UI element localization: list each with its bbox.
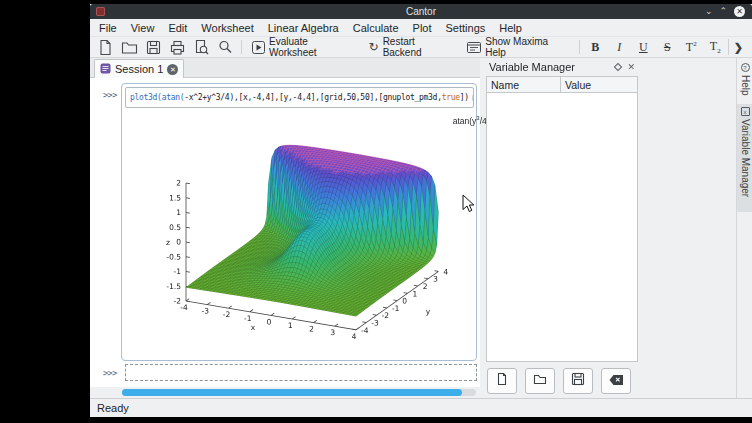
menu-worksheet[interactable]: Worksheet — [194, 22, 260, 34]
new-variable-button[interactable] — [487, 368, 517, 394]
main-content: Session 1 ✕ >>> plot3d(atan(-x^2+y^3/4),… — [90, 58, 752, 398]
session-icon — [100, 63, 111, 76]
search-icon — [217, 39, 234, 56]
load-variables-button[interactable] — [525, 368, 555, 394]
subscript-button[interactable]: T2 — [704, 37, 727, 57]
entry-widget-icon — [472, 95, 474, 101]
column-header-value[interactable]: Value — [561, 77, 637, 92]
strikethrough-icon: S — [658, 40, 676, 55]
menu-linear-algebra[interactable]: Linear Algebra — [261, 22, 346, 34]
variable-manager-buttons — [487, 368, 631, 394]
side-tab-help[interactable]: ? Help — [737, 60, 752, 102]
status-text: Ready — [97, 402, 129, 414]
titlebar[interactable]: Cantor ⌄ ⌃ ✕ — [90, 4, 752, 19]
entry-widget-icons — [469, 95, 474, 101]
open-folder-icon — [121, 39, 138, 56]
menu-help[interactable]: Help — [492, 22, 529, 34]
help-tab-icon: ? — [741, 63, 750, 72]
print-button[interactable] — [166, 37, 189, 57]
help-tab-label: Help — [740, 75, 751, 96]
session-tab-label: Session 1 — [115, 63, 163, 75]
dock-header: Variable Manager ✕ — [484, 58, 640, 76]
active-entry-frame: plot3d(atan(-x^2+y^3/4),[x,-4,4],[y,-4,4… — [121, 83, 477, 361]
save-icon — [145, 39, 162, 56]
toolbar-separator — [579, 40, 580, 54]
superscript-button[interactable]: T2 — [680, 37, 703, 57]
close-button[interactable]: ✕ — [734, 6, 745, 17]
print-icon — [169, 39, 186, 56]
print-preview-button[interactable] — [190, 37, 213, 57]
restart-backend-button[interactable]: ↻ Restart Backend — [363, 37, 461, 57]
subscript-icon: T2 — [706, 39, 724, 55]
session-progress-strip — [90, 387, 480, 398]
next-command-prompt: >>> — [103, 368, 117, 378]
print-preview-icon — [193, 39, 210, 56]
command-prompt: >>> — [103, 90, 117, 100]
tab-session-1[interactable]: Session 1 ✕ — [94, 59, 184, 78]
new-document-button[interactable] — [94, 37, 117, 57]
session-progress-fill — [122, 389, 462, 396]
mouse-cursor — [462, 194, 475, 217]
menu-file[interactable]: File — [92, 22, 124, 34]
worksheet-panel: Session 1 ✕ >>> plot3d(atan(-x^2+y^3/4),… — [90, 58, 480, 398]
close-dock-icon[interactable]: ✕ — [627, 63, 635, 72]
new-document-icon — [495, 372, 509, 390]
command-code: plot3d(atan(-x^2+y^3/4),[x,-4,4],[y,-4,4… — [130, 93, 469, 102]
help-window-icon — [467, 41, 481, 54]
toolbar: Evaluate Worksheet ↻ Restart Backend Sho… — [90, 37, 752, 58]
menu-plot[interactable]: Plot — [406, 22, 439, 34]
screen: Cantor ⌄ ⌃ ✕ File View Edit Worksheet Li… — [0, 0, 752, 423]
side-tabstrip: ? Help x Variable Manager — [736, 58, 752, 398]
maximize-button[interactable]: ⌃ — [719, 7, 727, 16]
save-button[interactable] — [142, 37, 165, 57]
menu-settings[interactable]: Settings — [439, 22, 493, 34]
show-maxima-help-button[interactable]: Show Maxima Help — [461, 37, 574, 57]
underline-button[interactable]: U — [632, 37, 655, 57]
restart-icon: ↻ — [369, 40, 379, 54]
status-bar: Ready — [90, 398, 752, 417]
side-tab-variable-manager[interactable]: x Variable Manager — [737, 104, 752, 212]
session-progress-track[interactable] — [122, 389, 476, 396]
tab-close-icon[interactable]: ✕ — [167, 64, 178, 75]
menu-edit[interactable]: Edit — [161, 22, 194, 34]
variable-manager-tab-label: Variable Manager — [740, 119, 751, 197]
bold-button[interactable]: B — [584, 37, 607, 57]
save-icon — [571, 372, 585, 390]
plot-result: atan(y3/4-x2) — [156, 113, 471, 351]
superscript-icon: T2 — [682, 40, 700, 55]
evaluate-worksheet-button[interactable]: Evaluate Worksheet — [246, 37, 362, 57]
italic-icon: I — [610, 40, 628, 55]
strikethrough-button[interactable]: S — [656, 37, 679, 57]
worksheet-view[interactable]: >>> plot3d(atan(-x^2+y^3/4),[x,-4,4],[y,… — [90, 78, 480, 398]
float-dock-icon[interactable] — [614, 63, 622, 71]
save-variables-button[interactable] — [563, 368, 593, 394]
italic-button[interactable]: I — [608, 37, 631, 57]
open-document-button[interactable] — [118, 37, 141, 57]
variable-table-header: Name Value — [486, 76, 638, 93]
next-entry-field[interactable] — [125, 364, 477, 381]
minimize-button[interactable]: ⌄ — [705, 7, 713, 16]
find-button[interactable] — [214, 37, 237, 57]
clear-variables-button[interactable] — [601, 368, 631, 394]
variable-table-body — [486, 93, 638, 362]
menu-view[interactable]: View — [124, 22, 162, 34]
variable-manager-dock: Variable Manager ✕ Name Value — [484, 58, 640, 398]
menu-bar: File View Edit Worksheet Linear Algebra … — [90, 19, 752, 37]
underline-icon: U — [634, 40, 652, 55]
plot3d-surface-canvas — [156, 113, 471, 351]
command-input[interactable]: plot3d(atan(-x^2+y^3/4),[x,-4,4],[y,-4,4… — [125, 87, 474, 108]
app-window: Cantor ⌄ ⌃ ✕ File View Edit Worksheet Li… — [90, 4, 752, 417]
variable-manager-tab-icon: x — [741, 107, 750, 116]
worksheet-tabbar: Session 1 ✕ — [90, 58, 480, 78]
backspace-clear-icon — [609, 372, 624, 390]
dock-title: Variable Manager — [489, 61, 575, 73]
window-title: Cantor — [90, 6, 752, 17]
evaluate-icon — [252, 41, 265, 54]
toolbar-separator — [241, 40, 242, 54]
chevron-right-icon: ❯ — [734, 41, 743, 54]
bold-icon: B — [586, 40, 604, 55]
menu-calculate[interactable]: Calculate — [346, 22, 406, 34]
folder-icon — [533, 372, 547, 390]
column-header-name[interactable]: Name — [487, 77, 561, 92]
toolbar-extender-button[interactable]: ❯ — [728, 39, 748, 55]
